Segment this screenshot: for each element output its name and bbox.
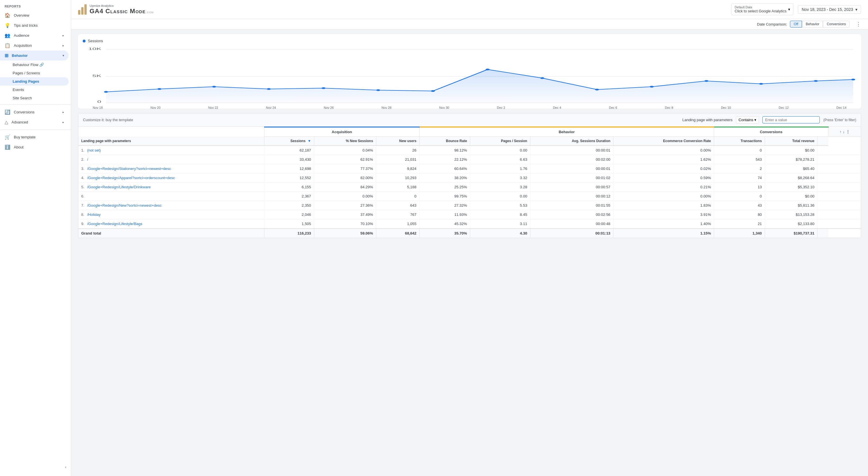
filter-type-value: Contains: [739, 118, 753, 122]
data-selector[interactable]: Default Data Click to select Google Anal…: [732, 3, 794, 15]
sidebar-item-behavior[interactable]: ⊞ Behavior ▾: [0, 51, 69, 61]
cell-pages-session-2: 1.76: [470, 164, 530, 173]
table-row: 5. /Google+Redesign/Lifestyle/Drinkware …: [79, 183, 861, 192]
sidebar-item-overview-label: Overview: [14, 13, 29, 18]
cell-transactions-4: 13: [714, 183, 765, 192]
sidebar-sub-landing-pages[interactable]: Landing Pages: [0, 77, 69, 86]
sidebar-item-tips[interactable]: 💡 Tips and tricks: [0, 20, 69, 30]
chart-wrapper: 10K 5K 0: [83, 47, 857, 104]
cell-revenue-4: $5,352.10: [765, 183, 817, 192]
chevron-right-icon2: ▸: [63, 111, 64, 114]
page-link-4[interactable]: /Google+Redesign/Lifestyle/Drinkware: [87, 185, 150, 189]
cell-transactions-7: 80: [714, 210, 765, 219]
more-options-icon[interactable]: ⋮: [856, 21, 861, 27]
footer-sessions: 116,233: [265, 229, 314, 238]
th-avg-duration: Avg. Sessions Duration: [530, 137, 613, 146]
cell-new-users-4: 5,188: [376, 183, 420, 192]
sort-down-icon[interactable]: ↓: [843, 129, 845, 134]
sidebar-item-about-label: About: [14, 145, 24, 149]
sidebar-item-about[interactable]: ℹ️ About: [0, 142, 69, 152]
cell-sessions-2: 12,698: [265, 164, 314, 173]
page-link-1[interactable]: /: [87, 157, 88, 161]
sidebar-item-buy-template-label: Buy template: [14, 135, 36, 139]
page-link-6[interactable]: /Google+Redesign/New?sortci=newest+desc: [87, 203, 162, 208]
cell-new-users-2: 9,824: [376, 164, 420, 173]
svg-point-18: [704, 80, 708, 82]
th-page: Landing page with parameters: [79, 137, 265, 146]
date-range-selector[interactable]: Nov 18, 2023 - Dec 15, 2023 ▾: [798, 5, 861, 14]
comparison-buttons: Off Behavior Conversions: [790, 21, 849, 28]
cell-bounce-rate-6: 27.32%: [420, 201, 470, 210]
comparison-btn-off[interactable]: Off: [790, 21, 802, 28]
cell-bounce-rate-7: 11.93%: [420, 210, 470, 219]
collapse-icon: ‹: [65, 465, 66, 469]
logo-area: Upmize Analytics GA4 Classic Mode.com: [78, 4, 727, 15]
cell-empty-4: [817, 183, 828, 192]
comparison-btn-conversions[interactable]: Conversions: [823, 21, 849, 28]
logo-title: GA4 Classic Mode.com: [90, 7, 154, 15]
cell-pct-new-1: 62.91%: [314, 155, 376, 164]
table-row: 6. 2,367 0.00% 0 99.75% 0.00 00:00:12 0.…: [79, 192, 861, 201]
sidebar-sub-pages-screens-label: Pages / Screens: [12, 71, 40, 75]
cell-transactions-5: 0: [714, 192, 765, 201]
filter-value-input[interactable]: [763, 116, 820, 123]
cell-revenue-7: $13,153.28: [765, 210, 817, 219]
filter-customize-text: Customize it: buy the template: [83, 118, 679, 122]
comparison-btn-behavior[interactable]: Behavior: [802, 21, 823, 28]
footer-ecomm-rate: 1.15%: [613, 229, 714, 238]
cell-ecomm-rate-3: 0.59%: [613, 173, 714, 183]
cell-page-5: 6.: [79, 192, 265, 201]
reports-label: Reports: [0, 0, 71, 10]
footer-transactions: 1,340: [714, 229, 765, 238]
filter-label: Landing page with parameters: [682, 118, 733, 122]
cell-page-7: 8. /Holiday: [79, 210, 265, 219]
sidebar-item-conversions[interactable]: 🔄 Conversions ▸: [0, 107, 69, 117]
chart-x-labels: Nov 18 Nov 20 Nov 22 Nov 24 Nov 26 Nov 2…: [83, 105, 857, 109]
page-link-3[interactable]: /Google+Redesign/Apparel?sortci=ordersco…: [87, 176, 175, 180]
cell-avg-duration-3: 00:01:02: [530, 173, 613, 183]
sidebar-item-buy-template[interactable]: 🛒 Buy template: [0, 132, 69, 142]
page-link-2[interactable]: /Google+Redesign/Stationery?sortci=newes…: [87, 167, 171, 171]
cell-pct-new-4: 84.29%: [314, 183, 376, 192]
sidebar-sub-landing-pages-label: Landing Pages: [12, 79, 39, 84]
cell-pages-session-6: 5.53: [470, 201, 530, 210]
sidebar-sub-behaviour-flow[interactable]: Behaviour Flow 🔗: [0, 61, 69, 69]
cell-sessions-3: 12,552: [265, 173, 314, 183]
footer-pages-session: 4.30: [470, 229, 530, 238]
svg-text:0: 0: [97, 100, 101, 103]
cell-empty-0: [817, 146, 828, 155]
cell-new-users-8: 1,055: [376, 219, 420, 229]
sidebar-sub-events[interactable]: Events: [0, 86, 69, 94]
page-link-0[interactable]: (not set): [87, 148, 101, 152]
page-link-7[interactable]: /Holiday: [87, 212, 100, 217]
filter-type-select[interactable]: Contains ▾: [736, 116, 759, 123]
sidebar-sub-pages-screens[interactable]: Pages / Screens: [0, 69, 69, 77]
sort-up-icon[interactable]: ↑: [840, 129, 842, 134]
sidebar-sub-site-search[interactable]: Site Search: [0, 94, 69, 102]
behavior-icon: ⊞: [5, 53, 8, 58]
chevron-down-icon: ▾: [63, 54, 64, 57]
th-ecomm-rate: Ecommerce Conversion Rate: [613, 137, 714, 146]
cell-revenue-3: $8,268.64: [765, 173, 817, 183]
sidebar-item-audience[interactable]: 👥 Audience ▸: [0, 30, 69, 40]
sidebar-item-advanced[interactable]: △ Advanced ▸: [0, 117, 69, 127]
sidebar-collapse-button[interactable]: ‹: [0, 463, 71, 471]
table-group-header-row: Acquisition Behavior Conversions ↑ ↓ ⋮: [79, 127, 861, 137]
column-menu-icon[interactable]: ⋮: [846, 129, 850, 134]
page-link-8[interactable]: /Google+Redesign/Lifestyle/Bags: [87, 221, 143, 226]
cell-ecomm-rate-5: 0.00%: [613, 192, 714, 201]
chevron-right-icon: ▸: [63, 34, 64, 37]
cell-page-4: 5. /Google+Redesign/Lifestyle/Drinkware: [79, 183, 265, 192]
sidebar-item-acquisition[interactable]: 📋 Acquisition ▸: [0, 40, 69, 51]
cell-bounce-rate-2: 60.64%: [420, 164, 470, 173]
sidebar-item-overview[interactable]: 🏠 Overview: [0, 10, 69, 20]
main-content: Upmize Analytics GA4 Classic Mode.com De…: [71, 0, 868, 476]
th-transactions: Transactions: [714, 137, 765, 146]
cell-page-6: 7. /Google+Redesign/New?sortci=newest+de…: [79, 201, 265, 210]
footer-label: Grand total: [79, 229, 265, 238]
sidebar-item-acquisition-label: Acquisition: [14, 43, 32, 48]
filter-dropdown-icon: ▾: [754, 118, 756, 122]
cell-pages-session-0: 0.00: [470, 146, 530, 155]
th-acquisition-group: Acquisition: [265, 127, 420, 137]
cell-pct-new-5: 0.00%: [314, 192, 376, 201]
